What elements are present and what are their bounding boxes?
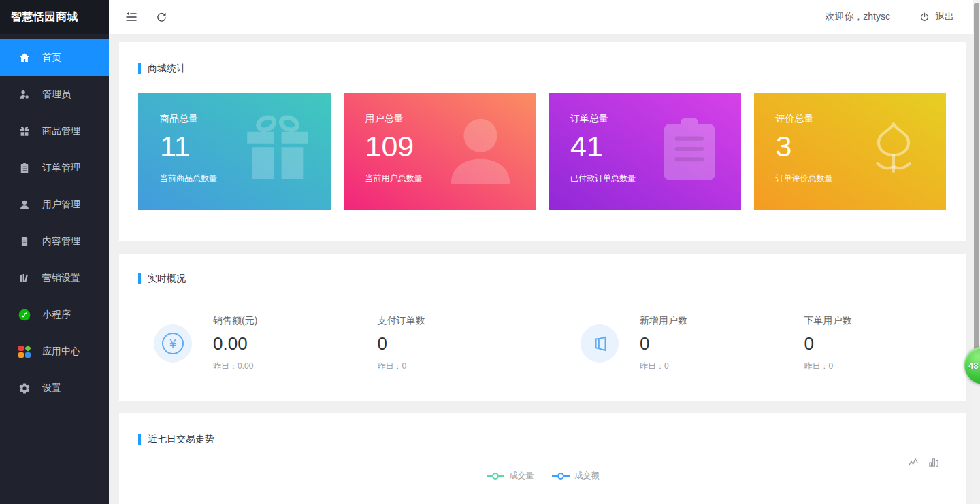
power-icon (919, 12, 930, 23)
section-title-text: 商城统计 (148, 63, 186, 75)
line-series-marker-icon (552, 473, 570, 480)
section-title-realtime: 实时概况 (138, 273, 947, 285)
metric-yesterday: 昨日：0 (378, 360, 521, 372)
miniprogram-icon (17, 307, 32, 322)
page-scrollbar[interactable] (973, 0, 980, 504)
admin-icon (17, 87, 32, 102)
realtime-panel: 实时概况 ¥ 销售额(元) 0.00 昨日：0.00 支付订单数 0 昨日：0 (119, 254, 966, 401)
metric-value: 0.00 (213, 333, 357, 354)
stat-card-reviews[interactable]: 评价总量 3 订单评价总数量 (754, 93, 947, 210)
main-content: 商城统计 商品总量 11 当前商品总数量 (109, 34, 980, 504)
sidebar-item-label: 订单管理 (42, 162, 80, 174)
sidebar-item-settings[interactable]: 设置 (0, 370, 109, 407)
door-icon (581, 324, 619, 363)
badge-count: 48 (968, 360, 978, 371)
metric-yesterday: 昨日：0 (804, 360, 948, 372)
stat-cards-row: 商品总量 11 当前商品总数量 用户总量 (138, 93, 946, 210)
sidebar-nav: 首页 管理员 商品管理 订单管理 用户管理 (0, 34, 109, 407)
title-accent-bar (138, 273, 141, 284)
orders-clipboard-icon (17, 161, 32, 175)
app-logo: 智慧恬园商城 (0, 0, 109, 34)
sidebar-item-label: 营销设置 (42, 272, 80, 284)
line-chart-toggle-icon[interactable] (908, 458, 919, 469)
section-title-text: 近七日交易走势 (148, 433, 214, 446)
logout-button[interactable]: 退出 (919, 11, 954, 23)
sidebar-item-label: 商品管理 (42, 125, 80, 137)
realtime-metrics-row: ¥ 销售额(元) 0.00 昨日：0.00 支付订单数 0 昨日：0 新增用户数 (138, 315, 947, 372)
trend-panel: 近七日交易走势 成交量 成交额 (119, 413, 966, 504)
sidebar-item-label: 内容管理 (42, 235, 80, 248)
sidebar-item-orders[interactable]: 订单管理 (0, 150, 109, 186)
appcenter-icon (17, 344, 32, 359)
metric-value: 0 (640, 333, 783, 354)
sidebar-item-appcenter[interactable]: 应用中心 (0, 333, 109, 370)
metric-label: 新增用户数 (640, 315, 783, 327)
welcome-text: 欢迎你，zhtysc (825, 11, 890, 23)
metric-value: 0 (804, 333, 948, 354)
title-accent-bar (138, 63, 141, 74)
flower-icon (856, 112, 931, 189)
content-file-icon (17, 234, 32, 249)
sidebar-item-admin[interactable]: 管理员 (0, 76, 109, 113)
metric-label: 下单用户数 (804, 315, 948, 327)
settings-gear-icon (17, 381, 32, 396)
sidebar-item-label: 管理员 (42, 88, 71, 101)
legend-item-volume[interactable]: 成交量 (487, 470, 534, 482)
scrollbar-thumb[interactable] (974, 3, 979, 356)
metric-ordering-users: 下单用户数 0 昨日：0 (804, 315, 948, 372)
collapse-menu-icon[interactable] (124, 10, 139, 24)
metric-yesterday: 昨日：0 (640, 360, 783, 372)
bar-chart-toggle-icon[interactable] (928, 458, 939, 469)
logout-label: 退出 (935, 11, 954, 23)
stat-card-orders[interactable]: 订单总量 41 已付款订单总数量 (549, 93, 741, 210)
clipboard-icon (658, 116, 721, 189)
metric-sales: 销售额(元) 0.00 昨日：0.00 (213, 315, 357, 372)
legend-label: 成交量 (510, 470, 534, 482)
metric-label: 支付订单数 (378, 315, 521, 327)
header-right: 欢迎你，zhtysc 退出 (825, 11, 954, 23)
stat-card-goods[interactable]: 商品总量 11 当前商品总数量 (138, 93, 331, 210)
marketing-books-icon (17, 271, 32, 286)
legend-label: 成交额 (575, 470, 600, 482)
line-series-marker-icon (487, 473, 504, 480)
sidebar-item-goods[interactable]: 商品管理 (0, 113, 109, 150)
sidebar-item-label: 设置 (42, 382, 61, 394)
section-title-text: 实时概况 (148, 273, 186, 285)
sidebar-item-label: 应用中心 (42, 346, 80, 358)
title-accent-bar (138, 434, 141, 445)
refresh-icon[interactable] (154, 10, 169, 24)
goods-gift-icon (17, 124, 32, 139)
users-icon (17, 197, 32, 212)
sidebar-item-users[interactable]: 用户管理 (0, 186, 109, 223)
metric-label: 销售额(元) (213, 315, 357, 327)
user-icon (440, 112, 521, 195)
chart-legend: 成交量 成交额 (138, 470, 947, 482)
gift-icon (240, 112, 316, 190)
metric-yesterday: 昨日：0.00 (213, 360, 357, 372)
sidebar-item-label: 小程序 (42, 309, 71, 321)
sidebar-item-home[interactable]: 首页 (0, 39, 109, 76)
sidebar-item-content[interactable]: 内容管理 (0, 223, 109, 260)
top-header: 欢迎你，zhtysc 退出 (109, 0, 980, 34)
yuan-circle-icon: ¥ (154, 324, 192, 363)
chart-toolbox (908, 458, 939, 469)
metric-value: 0 (378, 333, 521, 354)
sidebar-item-miniprogram[interactable]: 小程序 (0, 297, 109, 333)
sidebar: 智慧恬园商城 首页 管理员 商品管理 订单管理 (0, 0, 109, 504)
home-icon (17, 50, 32, 65)
legend-item-amount[interactable]: 成交额 (552, 470, 600, 482)
stat-card-users[interactable]: 用户总量 109 当前用户总数量 (344, 93, 536, 210)
sidebar-item-label: 首页 (42, 52, 61, 64)
mall-stats-panel: 商城统计 商品总量 11 当前商品总数量 (119, 42, 966, 241)
sidebar-item-marketing[interactable]: 营销设置 (0, 260, 109, 297)
section-title-trend: 近七日交易走势 (138, 433, 947, 446)
metric-new-users: 新增用户数 0 昨日：0 (640, 315, 783, 372)
metric-paid-orders: 支付订单数 0 昨日：0 (378, 315, 521, 372)
sidebar-item-label: 用户管理 (42, 199, 80, 211)
section-title-mall-stats: 商城统计 (138, 63, 946, 75)
